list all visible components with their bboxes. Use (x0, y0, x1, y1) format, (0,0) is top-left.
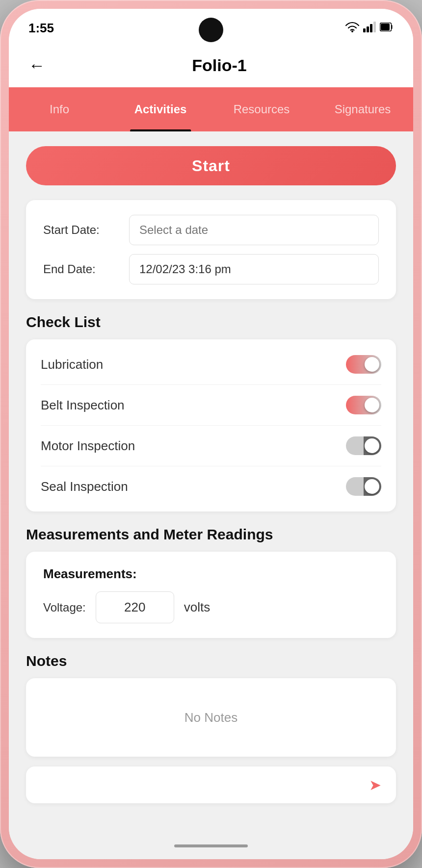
tab-info[interactable]: Info (9, 87, 110, 131)
checklist-card: Lubrication Belt Inspection (26, 339, 396, 511)
start-date-label: Start Date: (43, 223, 129, 237)
lubrication-toggle[interactable] (346, 355, 381, 374)
home-bar-line (174, 844, 248, 847)
start-date-input[interactable] (129, 215, 379, 245)
notes-card: No Notes (26, 678, 396, 757)
end-date-row: End Date: (43, 254, 379, 284)
svg-rect-2 (370, 24, 372, 32)
page-title: Folio-1 (45, 56, 394, 75)
note-input-wrap: ➤ (26, 766, 396, 803)
no-notes-text: No Notes (185, 710, 237, 725)
svg-rect-1 (367, 26, 369, 32)
header: ← Folio-1 (9, 43, 413, 87)
notes-title: Notes (26, 653, 396, 669)
tab-signatures[interactable]: Signatures (312, 87, 413, 131)
list-item: Lubrication (41, 344, 381, 385)
send-icon[interactable]: ➤ (369, 776, 381, 793)
wifi-icon (345, 22, 359, 34)
checklist-item-label: Seal Inspection (41, 479, 128, 494)
svg-rect-3 (373, 22, 376, 32)
end-date-input[interactable] (129, 254, 379, 284)
start-date-row: Start Date: (43, 215, 379, 245)
tab-resources[interactable]: Resources (211, 87, 312, 131)
list-item: Seal Inspection (41, 466, 381, 507)
status-icons (345, 22, 394, 34)
end-date-label: End Date: (43, 262, 129, 276)
home-bar (9, 832, 413, 859)
voltage-label: Voltage: (43, 601, 86, 614)
note-input[interactable] (41, 778, 369, 792)
svg-rect-0 (363, 28, 366, 32)
motor-inspection-toggle[interactable] (346, 436, 381, 455)
voltage-row: Voltage: volts (43, 591, 379, 623)
voltage-input[interactable] (96, 591, 174, 623)
measurements-title: Measurements and Meter Readings (26, 526, 396, 543)
measurements-card: Measurements: Voltage: volts (26, 552, 396, 638)
signal-icon (363, 22, 376, 34)
list-item: Belt Inspection (41, 385, 381, 426)
tab-bar: Info Activities Resources Signatures (9, 87, 413, 131)
checklist-item-label: Motor Inspection (41, 438, 135, 454)
list-item: Motor Inspection (41, 426, 381, 466)
measurements-heading: Measurements: (43, 566, 379, 582)
seal-inspection-toggle[interactable] (346, 477, 381, 496)
date-card: Start Date: End Date: (26, 200, 396, 299)
checklist-item-label: Lubrication (41, 357, 103, 372)
svg-rect-5 (381, 24, 390, 30)
main-content: Start Start Date: End Date: Check List L… (9, 131, 413, 832)
tab-activities[interactable]: Activities (110, 87, 211, 131)
back-button[interactable]: ← (28, 56, 45, 75)
belt-inspection-toggle[interactable] (346, 396, 381, 414)
start-button[interactable]: Start (26, 146, 396, 185)
voltage-unit: volts (184, 600, 210, 615)
battery-icon (380, 23, 394, 33)
checklist-item-label: Belt Inspection (41, 398, 125, 413)
checklist-title: Check List (26, 314, 396, 331)
camera-notch (199, 18, 223, 42)
status-time: 1:55 (28, 21, 54, 36)
